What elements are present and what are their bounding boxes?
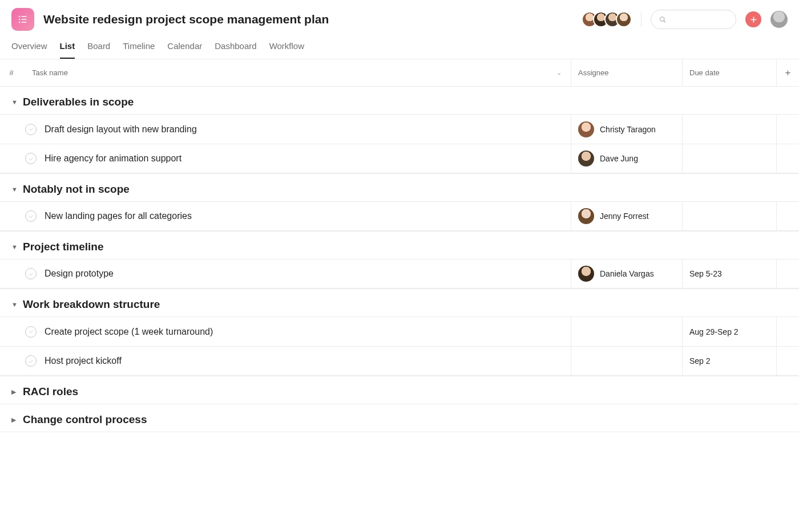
section-header[interactable]: ▼Work breakdown structure — [0, 289, 799, 316]
complete-check-icon[interactable] — [25, 153, 37, 164]
add-button[interactable] — [745, 11, 761, 27]
assignee-name: Dave Jung — [600, 154, 638, 163]
task-end-cell — [776, 202, 799, 230]
complete-check-icon[interactable] — [25, 355, 37, 367]
task-end-cell — [776, 115, 799, 144]
tabs: Overview List Board Timeline Calendar Da… — [0, 31, 799, 59]
task-due-cell[interactable] — [682, 144, 776, 173]
assignee-name: Christy Taragon — [600, 125, 656, 134]
svg-line-7 — [664, 21, 665, 22]
task-assignee-cell[interactable]: Dave Jung — [571, 144, 682, 173]
column-task-name[interactable]: Task name ⌄ — [23, 68, 571, 77]
section-title[interactable]: Change control process — [23, 413, 147, 426]
avatar — [578, 151, 594, 166]
section-title[interactable]: Project timeline — [23, 241, 104, 253]
user-avatar[interactable] — [770, 11, 788, 28]
divider — [641, 12, 641, 27]
task-row[interactable]: New landing pages for all categoriesJenn… — [0, 201, 799, 231]
avatar[interactable] — [616, 11, 632, 27]
add-column-button[interactable]: + — [776, 59, 799, 86]
assignee-name: Jenny Forrest — [600, 212, 649, 221]
column-task-label: Task name — [32, 68, 68, 77]
caret-down-icon[interactable]: ▼ — [11, 301, 18, 308]
task-end-cell — [776, 317, 799, 346]
task-assignee-cell[interactable]: Jenny Forrest — [571, 202, 682, 230]
tab-dashboard[interactable]: Dashboard — [215, 41, 256, 59]
caret-right-icon[interactable]: ▶ — [11, 388, 18, 396]
avatar — [578, 121, 594, 137]
task-row[interactable]: Hire agency for animation supportDave Ju… — [0, 144, 799, 173]
list-icon — [17, 14, 29, 25]
svg-rect-1 — [22, 16, 27, 17]
sections-container: ▼Deliverables in scopeDraft design layou… — [0, 87, 799, 432]
caret-down-icon[interactable]: ▼ — [11, 186, 18, 193]
svg-point-6 — [660, 17, 664, 21]
svg-rect-3 — [22, 19, 27, 20]
caret-down-icon[interactable]: ▼ — [11, 243, 18, 250]
assignee-name: Daniela Vargas — [600, 269, 654, 278]
task-due-cell[interactable] — [682, 202, 776, 230]
task-name[interactable]: Draft design layout with new branding — [45, 124, 197, 135]
task-row[interactable]: Design prototypeDaniela VargasSep 5-23 — [0, 259, 799, 289]
tab-overview[interactable]: Overview — [11, 41, 47, 59]
caret-right-icon[interactable]: ▶ — [11, 416, 18, 424]
avatar — [578, 208, 594, 224]
task-end-cell — [776, 259, 799, 288]
section-header[interactable]: ▶Change control process — [0, 404, 799, 432]
svg-rect-5 — [22, 22, 27, 23]
tab-calendar[interactable]: Calendar — [167, 41, 202, 59]
complete-check-icon[interactable] — [25, 268, 37, 279]
section-header[interactable]: ▼Notably not in scope — [0, 174, 799, 201]
column-num: # — [0, 68, 23, 77]
column-assignee[interactable]: Assignee — [571, 59, 682, 86]
task-assignee-cell[interactable]: Daniela Vargas — [571, 259, 682, 288]
task-assignee-cell[interactable] — [571, 317, 682, 346]
chevron-down-icon[interactable]: ⌄ — [556, 69, 562, 76]
task-name[interactable]: Create project scope (1 week turnaround) — [45, 327, 213, 337]
task-name[interactable]: New landing pages for all categories — [45, 211, 192, 221]
task-due-cell[interactable]: Sep 2 — [682, 347, 776, 375]
search-input[interactable] — [670, 15, 728, 24]
search-icon — [659, 15, 667, 24]
svg-point-2 — [19, 19, 21, 21]
complete-check-icon[interactable] — [25, 326, 37, 338]
search-box[interactable] — [651, 10, 736, 29]
caret-down-icon[interactable]: ▼ — [11, 99, 18, 105]
svg-point-0 — [19, 16, 21, 18]
avatar — [578, 266, 594, 282]
task-assignee-cell[interactable] — [571, 347, 682, 375]
tab-workflow[interactable]: Workflow — [269, 41, 304, 59]
task-row[interactable]: Create project scope (1 week turnaround)… — [0, 316, 799, 346]
section-header[interactable]: ▼Deliverables in scope — [0, 87, 799, 114]
member-avatars[interactable] — [586, 11, 632, 27]
plus-icon — [749, 15, 758, 24]
column-due-date[interactable]: Due date — [682, 59, 776, 86]
complete-check-icon[interactable] — [25, 124, 37, 135]
svg-point-4 — [19, 22, 21, 23]
task-due-cell[interactable]: Aug 29-Sep 2 — [682, 317, 776, 346]
complete-check-icon[interactable] — [25, 210, 37, 222]
task-row[interactable]: Host project kickoffSep 2 — [0, 346, 799, 376]
section-title[interactable]: Work breakdown structure — [23, 298, 160, 311]
project-title[interactable]: Website redesign project scope managemen… — [43, 13, 329, 26]
task-end-cell — [776, 347, 799, 375]
task-name[interactable]: Hire agency for animation support — [45, 153, 181, 164]
section-title[interactable]: Notably not in scope — [23, 183, 130, 196]
section-title[interactable]: RACI roles — [23, 385, 78, 398]
task-due-cell[interactable]: Sep 5-23 — [682, 259, 776, 288]
column-header-row: # Task name ⌄ Assignee Due date + — [0, 59, 799, 87]
task-end-cell — [776, 144, 799, 173]
section-title[interactable]: Deliverables in scope — [23, 96, 134, 108]
task-assignee-cell[interactable]: Christy Taragon — [571, 115, 682, 144]
tab-list[interactable]: List — [60, 41, 75, 59]
tab-board[interactable]: Board — [87, 41, 110, 59]
section-header[interactable]: ▶RACI roles — [0, 376, 799, 404]
task-row[interactable]: Draft design layout with new brandingChr… — [0, 114, 799, 144]
section-header[interactable]: ▼Project timeline — [0, 232, 799, 259]
task-due-cell[interactable] — [682, 115, 776, 144]
project-icon[interactable] — [11, 8, 34, 31]
task-name[interactable]: Host project kickoff — [45, 356, 122, 366]
task-name[interactable]: Design prototype — [45, 269, 114, 279]
tab-timeline[interactable]: Timeline — [123, 41, 155, 59]
